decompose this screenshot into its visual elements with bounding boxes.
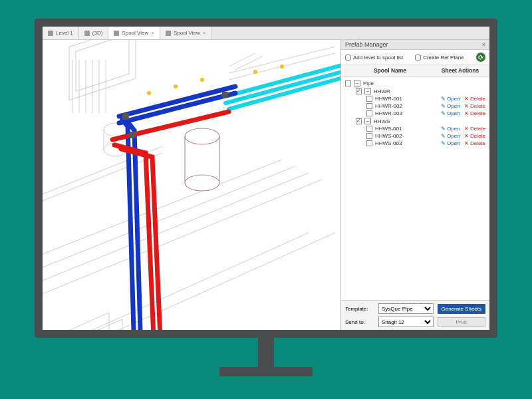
print-button[interactable]: Print: [438, 317, 485, 327]
svg-point-25: [185, 128, 219, 144]
svg-line-24: [235, 57, 262, 70]
panel-footer: Template: SysQue Pipe Generate Sheets Se…: [341, 300, 489, 330]
column-sheet-actions: Sheet Actions: [435, 67, 485, 74]
checkbox-label: Create Ref Plane: [423, 55, 464, 61]
open-button[interactable]: Open: [441, 110, 460, 116]
svg-point-33: [280, 65, 284, 68]
tab-spool-view-active[interactable]: Spool View ×: [108, 27, 160, 39]
svg-rect-7: [76, 40, 129, 91]
tree-node-label: HHWS-003: [375, 140, 441, 146]
table-row[interactable]: HHWR-002 Open Delete: [344, 102, 487, 110]
svg-rect-36: [222, 92, 228, 98]
model-viewport[interactable]: [43, 40, 340, 330]
table-row[interactable]: HHWS-002 Open Delete: [344, 132, 487, 140]
generate-sheets-button[interactable]: Generate Sheets: [438, 304, 485, 314]
table-row[interactable]: HHWS-003 Open Delete: [344, 140, 487, 147]
svg-point-32: [253, 70, 257, 74]
refresh-icon[interactable]: ⟳: [476, 53, 485, 62]
tree-node-label: Pipe: [363, 80, 485, 86]
tree-node-label: HHWS: [374, 118, 485, 124]
close-icon[interactable]: ×: [203, 30, 206, 36]
delete-button[interactable]: Delete: [464, 96, 485, 102]
panel-header: Prefab Manager ×: [341, 40, 489, 50]
tab-level1[interactable]: Level 1: [43, 27, 79, 39]
tab-label: Spool View: [122, 30, 148, 36]
checkbox-icon[interactable]: [366, 140, 372, 146]
panel-title: Prefab Manager: [345, 41, 388, 48]
tree-node-label: HHWR-003: [375, 110, 441, 116]
template-select[interactable]: SysQue Pipe: [378, 303, 434, 314]
checkbox-icon[interactable]: [366, 126, 372, 132]
tab-icon: [48, 31, 53, 36]
collapse-icon[interactable]: –: [354, 80, 360, 86]
checkbox-label: Add level to spool list: [353, 55, 403, 61]
table-row[interactable]: HHWR-001 Open Delete: [344, 95, 487, 102]
checkbox-ref-plane[interactable]: Create Ref Plane: [415, 55, 464, 61]
piping-isometric: [43, 40, 340, 330]
checkbox-icon[interactable]: [366, 133, 372, 139]
svg-line-18: [229, 47, 335, 73]
table-row[interactable]: – HHWS: [344, 117, 487, 125]
checkbox-icon[interactable]: [345, 80, 351, 86]
collapse-icon[interactable]: –: [364, 88, 371, 94]
svg-line-4: [43, 233, 309, 330]
open-button[interactable]: Open: [441, 126, 460, 132]
svg-line-3: [43, 160, 282, 259]
monitor-stand-neck: [258, 338, 274, 370]
svg-point-29: [147, 91, 151, 95]
table-row[interactable]: HHWS-001 Open Delete: [344, 125, 487, 132]
tab-label: Spool View: [174, 30, 200, 36]
collapse-icon[interactable]: –: [364, 118, 371, 124]
svg-line-1: [43, 173, 309, 286]
tree-node-label: HHWS-002: [375, 133, 441, 139]
tree-node-label: HHWR-002: [375, 103, 441, 109]
app-screen: Level 1 (3D) Spool View × Spool View ×: [43, 27, 489, 330]
delete-button[interactable]: Delete: [464, 140, 485, 146]
tree-node-label: HHWS-001: [375, 126, 441, 132]
open-button[interactable]: Open: [441, 103, 460, 109]
delete-button[interactable]: Delete: [464, 126, 485, 132]
tree-header: Spool Name Sheet Actions: [341, 65, 489, 76]
checkbox-icon[interactable]: [356, 118, 362, 124]
checkbox-icon[interactable]: [366, 96, 372, 102]
table-row[interactable]: HHWR-003 Open Delete: [344, 110, 487, 117]
svg-rect-34: [122, 113, 129, 120]
tree-node-label: HHWR: [374, 88, 485, 94]
checkbox-input[interactable]: [345, 55, 351, 61]
monitor-bezel: Level 1 (3D) Spool View × Spool View ×: [35, 19, 497, 338]
open-button[interactable]: Open: [441, 96, 460, 102]
checkbox-icon[interactable]: [366, 103, 372, 109]
tab-spool-view-2[interactable]: Spool View ×: [160, 27, 212, 39]
svg-point-30: [174, 84, 178, 88]
tab-label: (3D): [92, 30, 103, 36]
sendto-label: Send to:: [345, 319, 374, 325]
svg-line-2: [43, 180, 322, 299]
svg-line-23: [229, 53, 255, 66]
tab-icon: [114, 31, 119, 36]
close-icon[interactable]: ×: [482, 41, 485, 48]
checkbox-input[interactable]: [415, 55, 421, 61]
tab-icon: [84, 31, 90, 36]
sendto-select[interactable]: Snagit 12: [378, 317, 434, 327]
checkbox-icon[interactable]: [356, 88, 362, 94]
tab-3d[interactable]: (3D): [79, 27, 109, 39]
delete-button[interactable]: Delete: [464, 103, 485, 109]
table-row[interactable]: – HHWR: [344, 87, 487, 95]
checkbox-add-level[interactable]: Add level to spool list: [345, 55, 403, 61]
svg-point-31: [200, 78, 204, 82]
spool-tree: – Pipe – HHWR HHWR-001 Open Delete: [341, 76, 489, 300]
delete-button[interactable]: Delete: [464, 110, 485, 116]
column-spool-name: Spool Name: [345, 67, 435, 74]
svg-point-28: [185, 175, 219, 191]
tab-label: Level 1: [56, 30, 73, 36]
template-label: Template:: [345, 306, 374, 312]
open-button[interactable]: Open: [441, 133, 460, 139]
tab-icon: [166, 31, 171, 36]
checkbox-icon[interactable]: [366, 110, 372, 116]
table-row[interactable]: – Pipe: [344, 79, 487, 87]
delete-button[interactable]: Delete: [464, 133, 485, 139]
panel-options: Add level to spool list Create Ref Plane…: [341, 50, 489, 65]
svg-line-0: [43, 166, 295, 273]
close-icon[interactable]: ×: [151, 30, 154, 36]
open-button[interactable]: Open: [441, 140, 460, 146]
